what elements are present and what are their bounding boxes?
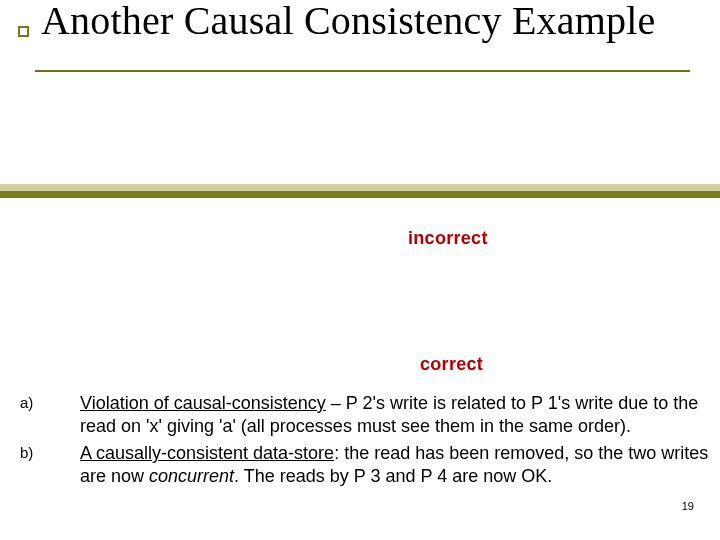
label-incorrect: incorrect xyxy=(408,228,488,249)
title-underline xyxy=(35,70,690,72)
item-b-em: concurrent xyxy=(149,466,234,486)
list-item: a) Violation of causal-consistency – P 2… xyxy=(20,392,716,438)
list-marker-b: b) xyxy=(20,442,54,488)
item-a-text: Violation of causal-consistency – P 2's … xyxy=(80,392,716,438)
item-b-post: . The reads by P 3 and P 4 are now OK. xyxy=(234,466,552,486)
body-list: a) Violation of causal-consistency – P 2… xyxy=(20,392,716,492)
item-b-underline: A causally-consistent data-store xyxy=(80,443,334,463)
slide-title: Another Causal Consistency Example xyxy=(35,0,665,52)
item-b-text: A causally-consistent data-store: the re… xyxy=(80,442,716,488)
divider-bar xyxy=(0,184,720,198)
label-correct: correct xyxy=(420,354,483,375)
title-block: Another Causal Consistency Example xyxy=(0,0,720,52)
list-marker-a: a) xyxy=(20,392,54,438)
item-a-underline: Violation of causal-consistency xyxy=(80,393,326,413)
slide: Another Causal Consistency Example incor… xyxy=(0,0,720,540)
page-number: 19 xyxy=(682,500,694,512)
title-bullet-icon xyxy=(0,0,35,37)
list-item: b) A causally-consistent data-store: the… xyxy=(20,442,716,488)
